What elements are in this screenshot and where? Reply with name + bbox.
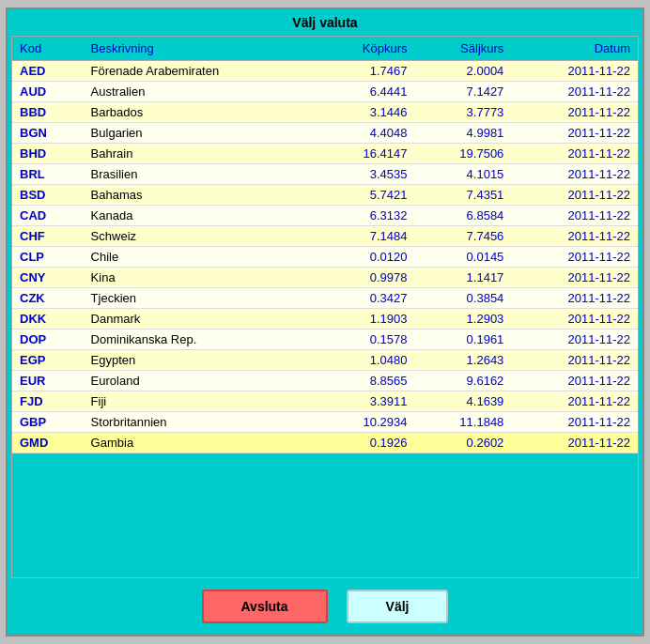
cell-beskrivning: Kanada (84, 206, 317, 226)
cell-datum: 2011-11-22 (511, 391, 638, 412)
cell-beskrivning: Barbados (84, 102, 317, 123)
cell-saljkurs: 7.4351 (415, 185, 512, 206)
table-row[interactable]: DOP Dominikanska Rep. 0.1578 0.1961 2011… (12, 330, 638, 350)
cell-kod: GMD (12, 433, 84, 453)
avsluta-button[interactable]: Avsluta (202, 590, 328, 623)
cell-kopkurs: 0.1926 (317, 433, 415, 453)
currency-table-container[interactable]: Kod Beskrivning Köpkurs Säljkurs Datum A… (11, 36, 639, 578)
col-header-saljkurs: Säljkurs (415, 37, 512, 61)
table-row[interactable]: EUR Euroland 8.8565 9.6162 2011-11-22 (12, 371, 638, 391)
table-row[interactable]: DKK Danmark 1.1903 1.2903 2011-11-22 (12, 309, 638, 330)
table-row[interactable]: BHD Bahrain 16.4147 19.7506 2011-11-22 (12, 144, 638, 164)
valj-button[interactable]: Välj (347, 590, 449, 623)
table-row[interactable]: FJD Fiji 3.3911 4.1639 2011-11-22 (12, 391, 638, 412)
cell-datum: 2011-11-22 (511, 268, 638, 288)
cell-kod: CLP (12, 247, 84, 268)
cell-datum: 2011-11-22 (511, 247, 638, 268)
cell-beskrivning: Schweiz (84, 226, 317, 247)
cell-kod: BBD (12, 102, 84, 123)
cell-kopkurs: 0.0120 (317, 247, 415, 268)
table-row[interactable]: GBP Storbritannien 10.2934 11.1848 2011-… (12, 412, 638, 433)
cell-saljkurs: 0.1961 (415, 330, 512, 350)
cell-kopkurs: 10.2934 (317, 412, 415, 433)
table-header-row: Kod Beskrivning Köpkurs Säljkurs Datum (12, 37, 638, 61)
col-header-kod: Kod (12, 37, 84, 61)
cell-beskrivning: Danmark (84, 309, 317, 330)
cell-kopkurs: 4.4048 (317, 123, 415, 144)
cell-saljkurs: 1.2903 (415, 309, 512, 330)
cell-kod: AED (12, 61, 84, 82)
cell-kopkurs: 1.1903 (317, 309, 415, 330)
currency-dialog: Välj valuta Kod Beskrivning Köpkurs Sälj… (6, 8, 644, 636)
cell-datum: 2011-11-22 (511, 206, 638, 226)
table-row[interactable]: CAD Kanada 6.3132 6.8584 2011-11-22 (12, 206, 638, 226)
cell-kod: EUR (12, 371, 84, 391)
cell-kod: DOP (12, 330, 84, 350)
cell-beskrivning: Bahrain (84, 144, 317, 164)
cell-beskrivning: Dominikanska Rep. (84, 330, 317, 350)
table-row[interactable]: CZK Tjeckien 0.3427 0.3854 2011-11-22 (12, 288, 638, 309)
table-row[interactable]: CHF Schweiz 7.1484 7.7456 2011-11-22 (12, 226, 638, 247)
cell-beskrivning: Chile (84, 247, 317, 268)
cell-datum: 2011-11-22 (511, 288, 638, 309)
cell-kopkurs: 0.9978 (317, 268, 415, 288)
cell-saljkurs: 7.7456 (415, 226, 512, 247)
col-header-kopkurs: Köpkurs (317, 37, 415, 61)
cell-beskrivning: Bahamas (84, 185, 317, 206)
cell-beskrivning: Kina (84, 268, 317, 288)
cell-beskrivning: Euroland (84, 371, 317, 391)
cell-kopkurs: 3.4535 (317, 164, 415, 185)
cell-beskrivning: Egypten (84, 350, 317, 371)
table-row[interactable]: BGN Bulgarien 4.4048 4.9981 2011-11-22 (12, 123, 638, 144)
table-row[interactable]: AUD Australien 6.4441 7.1427 2011-11-22 (12, 82, 638, 102)
cell-kopkurs: 5.7421 (317, 185, 415, 206)
cell-datum: 2011-11-22 (511, 350, 638, 371)
cell-kopkurs: 6.4441 (317, 82, 415, 102)
cell-kod: BSD (12, 185, 84, 206)
cell-kopkurs: 16.4147 (317, 144, 415, 164)
cell-saljkurs: 0.0145 (415, 247, 512, 268)
cell-kod: BHD (12, 144, 84, 164)
cell-datum: 2011-11-22 (511, 309, 638, 330)
table-row[interactable]: EGP Egypten 1.0480 1.2643 2011-11-22 (12, 350, 638, 371)
cell-beskrivning: Bulgarien (84, 123, 317, 144)
cell-beskrivning: Storbritannien (84, 412, 317, 433)
cell-kod: DKK (12, 309, 84, 330)
cell-kopkurs: 0.1578 (317, 330, 415, 350)
currency-table: Kod Beskrivning Köpkurs Säljkurs Datum A… (12, 37, 638, 453)
cell-saljkurs: 1.2643 (415, 350, 512, 371)
cell-beskrivning: Brasilien (84, 164, 317, 185)
cell-beskrivning: Australien (84, 82, 317, 102)
cell-kod: BRL (12, 164, 84, 185)
cell-saljkurs: 1.1417 (415, 268, 512, 288)
table-row[interactable]: CLP Chile 0.0120 0.0145 2011-11-22 (12, 247, 638, 268)
cell-beskrivning: Fiji (84, 391, 317, 412)
cell-saljkurs: 11.1848 (415, 412, 512, 433)
table-row[interactable]: BRL Brasilien 3.4535 4.1015 2011-11-22 (12, 164, 638, 185)
table-row[interactable]: GMD Gambia 0.1926 0.2602 2011-11-22 (12, 433, 638, 453)
cell-kod: EGP (12, 350, 84, 371)
cell-datum: 2011-11-22 (511, 102, 638, 123)
cell-saljkurs: 7.1427 (415, 82, 512, 102)
table-row[interactable]: BSD Bahamas 5.7421 7.4351 2011-11-22 (12, 185, 638, 206)
cell-datum: 2011-11-22 (511, 164, 638, 185)
cell-saljkurs: 6.8584 (415, 206, 512, 226)
col-header-beskrivning: Beskrivning (84, 37, 317, 61)
cell-kod: CHF (12, 226, 84, 247)
cell-datum: 2011-11-22 (511, 226, 638, 247)
table-row[interactable]: AED Förenade Arabemiraten 1.7467 2.0004 … (12, 61, 638, 82)
cell-saljkurs: 0.2602 (415, 433, 512, 453)
table-row[interactable]: CNY Kina 0.9978 1.1417 2011-11-22 (12, 268, 638, 288)
cell-saljkurs: 2.0004 (415, 61, 512, 82)
cell-datum: 2011-11-22 (511, 185, 638, 206)
cell-kod: GBP (12, 412, 84, 433)
dialog-title: Välj valuta (8, 9, 642, 36)
cell-datum: 2011-11-22 (511, 144, 638, 164)
cell-beskrivning: Förenade Arabemiraten (84, 61, 317, 82)
cell-saljkurs: 19.7506 (415, 144, 512, 164)
cell-beskrivning: Tjeckien (84, 288, 317, 309)
table-row[interactable]: BBD Barbados 3.1446 3.7773 2011-11-22 (12, 102, 638, 123)
cell-saljkurs: 4.9981 (415, 123, 512, 144)
cell-kod: CAD (12, 206, 84, 226)
cell-kopkurs: 3.3911 (317, 391, 415, 412)
